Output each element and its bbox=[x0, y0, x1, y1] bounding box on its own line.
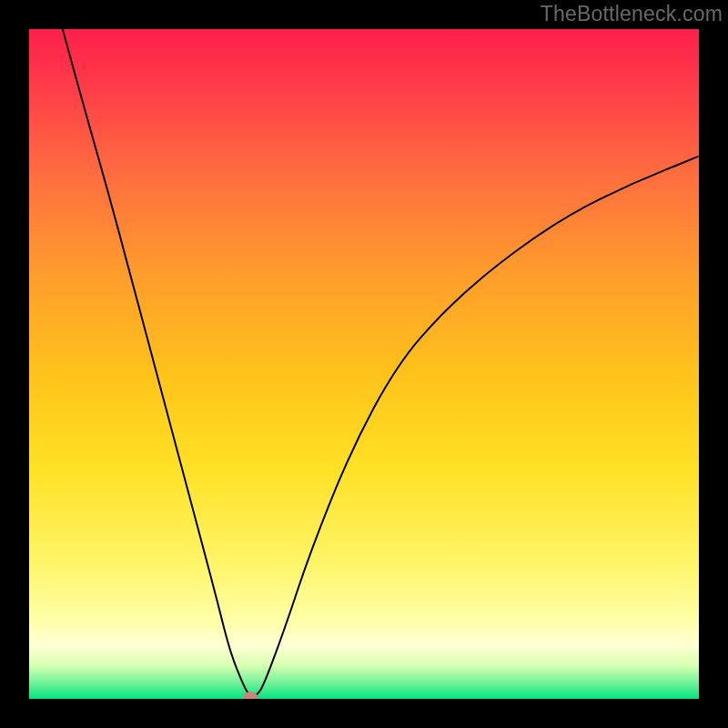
plot-area bbox=[29, 29, 699, 699]
optimal-point-marker bbox=[243, 692, 258, 699]
watermark-text: TheBottleneck.com bbox=[541, 2, 723, 26]
bottleneck-curve bbox=[29, 29, 699, 699]
curve-path bbox=[63, 29, 699, 696]
chart-frame: TheBottleneck.com bbox=[0, 0, 728, 728]
